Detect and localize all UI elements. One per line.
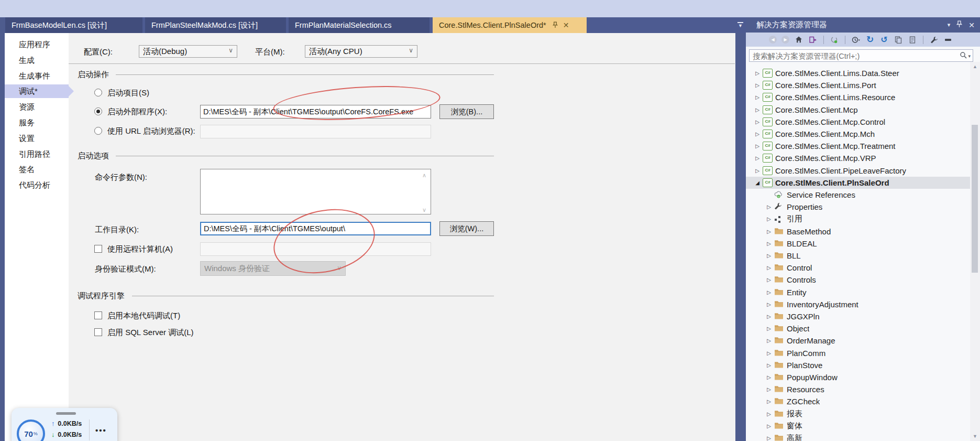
tree-row[interactable]: ▷JGGXPln — [746, 310, 980, 322]
tree-expander-icon[interactable]: ▷ — [752, 107, 763, 113]
enable-sql-debug-checkbox[interactable] — [94, 328, 102, 336]
document-tab[interactable]: FrmBaseModelLen.cs [设计] — [5, 17, 142, 33]
tree-expander-icon[interactable]: ▷ — [752, 168, 763, 174]
sync-with-active-document-icon[interactable] — [808, 35, 818, 45]
copy-document-icon[interactable] — [894, 35, 903, 45]
tree-row[interactable]: ▷C#Core.StlMes.Client.Lims.Data.Steer — [746, 67, 976, 79]
use-remote-machine-checkbox[interactable] — [94, 245, 102, 253]
tree-expander-icon[interactable]: ▷ — [764, 374, 774, 380]
tree-row[interactable]: ▷C#Core.StlMes.Client.Mcp.Mch — [746, 128, 976, 140]
tree-expander-icon[interactable]: ◢ — [752, 180, 763, 186]
preview-document-icon[interactable] — [908, 35, 917, 45]
tree-row[interactable]: ◢C#Core.StlMes.Client.PlnSaleOrd — [746, 177, 976, 189]
tree-expander-icon[interactable]: ▷ — [764, 423, 774, 429]
properties-nav-item[interactable]: 代码分析 — [5, 178, 69, 192]
scrollbar-thumb[interactable] — [972, 125, 978, 273]
tree-expander-icon[interactable]: ▷ — [764, 314, 774, 319]
start-url-input[interactable] — [200, 125, 431, 138]
tree-row[interactable]: ▷Controls — [746, 274, 980, 286]
tree-row[interactable]: ▷C#Core.StlMes.Client.PipeLeaveFactory — [746, 165, 976, 177]
remote-machine-input[interactable] — [200, 242, 431, 256]
properties-nav-item[interactable]: 资源 — [5, 100, 69, 114]
tree-row[interactable]: ▷C#Core.StlMes.Client.Mcp.VRP — [746, 152, 976, 164]
tree-expander-icon[interactable]: ▷ — [764, 411, 774, 417]
tree-row[interactable]: ▷C#Core.StlMes.Client.Mcp — [746, 104, 976, 116]
tree-expander-icon[interactable]: ▷ — [752, 70, 763, 76]
browse-b-button[interactable]: 浏览(B)... — [439, 104, 494, 119]
tree-row[interactable]: ▷报表 — [746, 408, 980, 420]
scrollbar-up-icon[interactable]: ▲ — [970, 64, 980, 69]
scroll-down-icon[interactable]: ∨ — [422, 207, 426, 213]
back-icon[interactable]: ◀ — [769, 36, 777, 44]
external-program-path-input[interactable] — [200, 105, 431, 119]
refresh-pending-icon[interactable] — [830, 35, 839, 45]
tree-row[interactable]: ▷BaseMethod — [746, 225, 980, 238]
tree-row[interactable]: ▷高新 — [746, 432, 980, 441]
tree-row[interactable]: ▷PopupWindow — [746, 371, 980, 383]
scroll-up-icon[interactable]: ∧ — [422, 173, 426, 178]
document-tab[interactable]: Core.StlMes.Client.PlnSaleOrd*✕ — [433, 17, 587, 33]
tree-expander-icon[interactable]: ▷ — [752, 94, 763, 100]
tree-expander-icon[interactable]: ▷ — [752, 119, 763, 125]
browse-w-button[interactable]: 浏览(W)... — [439, 221, 494, 236]
properties-nav-item[interactable]: 调试* — [5, 84, 69, 98]
tree-expander-icon[interactable]: ▷ — [764, 386, 774, 392]
tree-expander-icon[interactable]: ▷ — [764, 326, 774, 331]
tree-row[interactable]: ▷C#Core.StlMes.Client.Lims.Port — [746, 79, 976, 91]
start-project-radio[interactable] — [94, 89, 102, 96]
tree-row[interactable]: ▷OrderManage — [746, 335, 980, 347]
sync-icon[interactable]: ↺ — [879, 35, 889, 45]
working-directory-input[interactable] — [200, 222, 431, 235]
tree-expander-icon[interactable]: ▷ — [764, 277, 774, 283]
tree-row[interactable]: ▷C#Core.StlMes.Client.Lims.Resource — [746, 91, 976, 103]
search-options-chevron-icon[interactable]: ▾ — [968, 53, 971, 59]
tree-expander-icon[interactable]: ▷ — [752, 82, 763, 88]
search-input[interactable] — [752, 50, 953, 62]
tree-expander-icon[interactable]: ▷ — [764, 216, 774, 222]
tree-expander-icon[interactable]: ▷ — [764, 229, 774, 234]
tree-row[interactable]: ▷引用 — [746, 213, 980, 225]
tree-row[interactable]: ▷Object — [746, 322, 980, 335]
tree-row[interactable]: ▷ZGCheck — [746, 395, 980, 407]
tree-expander-icon[interactable]: ▷ — [752, 143, 763, 149]
home-icon[interactable] — [794, 35, 803, 45]
properties-nav-item[interactable]: 生成事件 — [5, 69, 69, 83]
tree-expander-icon[interactable]: ▷ — [764, 362, 774, 368]
search-icon[interactable] — [960, 51, 967, 61]
tree-expander-icon[interactable]: ▷ — [764, 302, 774, 307]
properties-nav-item[interactable]: 签名 — [5, 163, 69, 176]
properties-nav-item[interactable]: 生成 — [5, 53, 69, 67]
refresh-icon[interactable]: ↻ — [865, 35, 875, 45]
tree-expander-icon[interactable]: ▷ — [752, 155, 763, 161]
tree-expander-icon[interactable]: ▷ — [764, 435, 774, 441]
start-external-program-radio[interactable] — [94, 107, 102, 115]
close-icon[interactable]: ✕ — [563, 21, 569, 29]
tree-expander-icon[interactable]: ▷ — [764, 241, 774, 246]
tree-row[interactable]: ▷BLL — [746, 250, 980, 262]
forward-icon[interactable]: ▶ — [781, 36, 789, 44]
enable-native-debug-checkbox[interactable] — [94, 311, 102, 319]
tree-row[interactable]: ▷窗体 — [746, 420, 980, 432]
drag-handle[interactable] — [56, 412, 76, 415]
tree-expander-icon[interactable]: ▷ — [764, 253, 774, 259]
config-combobox[interactable]: 活动(Debug) ∨ — [139, 45, 237, 58]
floating-monitor-widget[interactable]: 70% ↑0.0KB/s ↓0.0KB/s ••• — [12, 408, 117, 441]
tree-row[interactable]: ▷PlanStove — [746, 359, 980, 371]
tree-row[interactable]: ▷BLDEAL — [746, 238, 980, 250]
scrollbar-down-icon[interactable]: ▼ — [970, 434, 980, 439]
tree-row[interactable]: ▷PlanComm — [746, 347, 980, 359]
tree-row[interactable]: Service References — [746, 189, 980, 201]
collapse-all-icon[interactable] — [943, 35, 953, 45]
close-icon[interactable]: ✕ — [968, 21, 975, 29]
tree-row[interactable]: ▷C#Core.StlMes.Client.Mcp.Treatment — [746, 140, 976, 152]
document-tab[interactable]: FrmPlanMaterialSelection.cs — [289, 17, 430, 33]
window-position-chevron-icon[interactable]: ▾ — [948, 21, 951, 28]
tree-expander-icon[interactable]: ▷ — [764, 350, 774, 356]
tree-expander-icon[interactable]: ▷ — [764, 204, 774, 210]
platform-combobox[interactable]: 活动(Any CPU) ∨ — [305, 45, 417, 58]
tree-row[interactable]: ▷Properties — [746, 201, 980, 213]
tree-row[interactable]: ▷Control — [746, 262, 980, 274]
start-url-radio[interactable] — [94, 127, 102, 135]
tree-row[interactable]: ▷InventoryAdjustment — [746, 298, 980, 310]
tree-row[interactable]: ▷C#Core.StlMes.Client.Mcp.Control — [746, 116, 976, 128]
